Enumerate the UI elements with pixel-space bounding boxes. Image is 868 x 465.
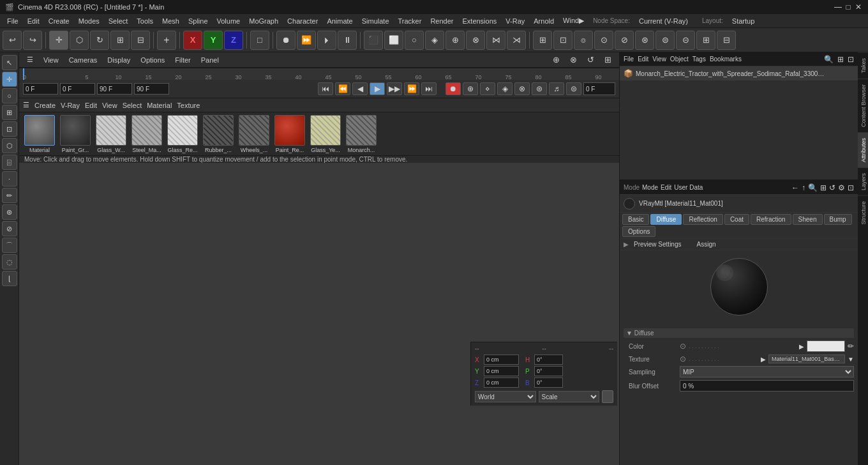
lt-scale[interactable]: ⊞	[2, 105, 17, 120]
props-mode-menu[interactable]: Mode	[642, 184, 658, 191]
apply-button[interactable]	[602, 390, 613, 403]
extra9-button[interactable]: ⊞	[696, 31, 715, 50]
lt-bend[interactable]: ⌒	[2, 238, 17, 253]
viewport-ctrl2[interactable]: ⊗	[567, 54, 580, 66]
texture-value-box[interactable]: Material11_Mat001_BaseCol...	[768, 354, 845, 363]
mat-vray[interactable]: V-Ray	[61, 102, 80, 109]
material-item-0[interactable]: Material	[23, 115, 56, 153]
step-back-button[interactable]: ◀	[352, 82, 368, 95]
props-more-icon[interactable]: ⊡	[848, 183, 854, 192]
maximize-btn[interactable]: □	[844, 3, 853, 11]
cube-button[interactable]: ⬛	[364, 31, 383, 50]
world-select[interactable]: World Object	[475, 391, 536, 402]
menu-vray[interactable]: V-Ray	[501, 16, 529, 26]
tab-attributes[interactable]: Attributes	[858, 132, 868, 167]
color-swatch[interactable]	[807, 340, 845, 352]
viewport-options-menu[interactable]: Options	[138, 55, 167, 65]
texture-enable-dot[interactable]: ⊙	[680, 354, 686, 363]
menu-create[interactable]: Create	[44, 16, 74, 26]
obj-bookmarks-menu[interactable]: Bookmarks	[710, 56, 742, 63]
tab-bump[interactable]: Bump	[824, 214, 852, 225]
rotate-button[interactable]: ↻	[90, 31, 109, 50]
undo-button[interactable]: ↩	[3, 31, 22, 50]
y-axis-button[interactable]: Y	[204, 31, 223, 50]
menu-select[interactable]: Select	[104, 16, 133, 26]
sphere-button[interactable]: ○	[405, 31, 424, 50]
props-edit-menu[interactable]: Edit	[661, 184, 671, 191]
diffuse-section-header[interactable]: ▼ Diffuse	[624, 328, 854, 338]
menu-file[interactable]: File	[3, 16, 23, 26]
lt-point[interactable]: ·	[2, 171, 17, 187]
mat-view[interactable]: View	[102, 102, 117, 109]
viewport-ctrl3[interactable]: ↺	[585, 54, 597, 66]
props-settings-icon[interactable]: ⚙	[838, 183, 845, 192]
viewport-cameras-menu[interactable]: Cameras	[66, 55, 100, 65]
material-item-8[interactable]: Glass_Ye...	[309, 115, 342, 153]
play-button[interactable]: ▶	[370, 82, 385, 95]
lt-knife[interactable]: ⊘	[2, 221, 17, 236]
timeline-extra-button[interactable]: ⊜	[566, 82, 581, 95]
props-userdata-menu[interactable]: User Data	[674, 184, 703, 191]
lt-brush[interactable]: ✏	[2, 188, 17, 203]
frame-end-input[interactable]: 90 F	[97, 83, 132, 95]
frame-current-input[interactable]: 0 F	[60, 83, 95, 95]
select-button[interactable]: ⬡	[70, 31, 89, 50]
move-tool-button[interactable]: ✛	[49, 31, 68, 50]
extra5-button[interactable]: ⊘	[615, 31, 634, 50]
obj-filter-icon[interactable]: ⊞	[837, 55, 844, 64]
x-axis-button[interactable]: X	[183, 31, 202, 50]
menu-spline[interactable]: Spline	[184, 16, 213, 26]
extra2-button[interactable]: ⊡	[553, 31, 572, 50]
y-pos-input[interactable]	[484, 366, 519, 376]
p-input[interactable]	[534, 366, 563, 376]
color-picker-icon[interactable]: ✏	[848, 342, 854, 351]
menu-arnold[interactable]: Arnold	[529, 16, 558, 26]
viewport-ctrl1[interactable]: ⊕	[550, 54, 562, 66]
lt-select[interactable]: ↖	[2, 55, 17, 70]
obj-view-menu[interactable]: View	[652, 56, 666, 63]
layout-value[interactable]: Startup	[728, 16, 759, 26]
extra3-button[interactable]: ⌾	[574, 31, 593, 50]
menu-volume[interactable]: Volume	[213, 16, 245, 26]
obj-tags-menu[interactable]: Tags	[692, 56, 706, 63]
menu-modes[interactable]: Modes	[74, 16, 104, 26]
tab-diffuse[interactable]: Diffuse	[650, 214, 682, 225]
menu-mesh[interactable]: Mesh	[158, 16, 184, 26]
menu-simulate[interactable]: Simulate	[357, 16, 394, 26]
deform-button[interactable]: ⊗	[466, 31, 485, 50]
z-pos-input[interactable]	[484, 377, 519, 388]
menu-tools[interactable]: Tools	[132, 16, 158, 26]
render-button[interactable]: ⋈	[486, 31, 505, 50]
menu-animate[interactable]: Animate	[322, 16, 357, 26]
node-space-value[interactable]: Current (V-Ray)	[634, 16, 692, 26]
color-arrow[interactable]: ▶	[799, 343, 804, 350]
mat-create[interactable]: Create	[34, 102, 56, 109]
extra7-button[interactable]: ⊜	[655, 31, 675, 50]
something-button[interactable]: ⊟	[131, 31, 150, 50]
lt-measure[interactable]: ⌊	[2, 271, 17, 286]
extra1-button[interactable]: ⊞	[533, 31, 552, 50]
lt-lasso[interactable]: ◌	[2, 254, 17, 270]
tab-content-browser[interactable]: Content Browser	[858, 79, 868, 132]
obj-item-row[interactable]: 📦 Monarch_Electric_Tractor_with_Spreader…	[620, 66, 858, 80]
obj-object-menu[interactable]: Object	[670, 56, 689, 63]
z-axis-button[interactable]: Z	[224, 31, 243, 50]
motion-record-button[interactable]: ⊗	[514, 82, 530, 95]
viewport-menu-icon[interactable]: ☰	[24, 54, 36, 65]
texture-arrow[interactable]: ▶	[761, 356, 766, 363]
last-frame-button[interactable]: ⏭	[421, 82, 437, 95]
prev-frame-button[interactable]: ⏪	[335, 82, 350, 95]
scale-button[interactable]: ⊞	[110, 31, 130, 50]
minimize-btn[interactable]: —	[834, 3, 842, 11]
tab-reflection[interactable]: Reflection	[683, 214, 722, 225]
anim-button3[interactable]: ⏵	[317, 31, 336, 50]
lt-poly[interactable]: ⬡	[2, 138, 17, 153]
close-btn[interactable]: ✕	[854, 3, 863, 11]
anim-button4[interactable]: ⏸	[338, 31, 357, 50]
record-button[interactable]: ⏺	[445, 82, 461, 95]
timeline-key-button[interactable]: ◈	[497, 82, 513, 95]
b-input[interactable]	[534, 377, 563, 388]
viewport-display-menu[interactable]: Display	[105, 55, 133, 65]
key-button[interactable]: ⋄	[480, 82, 495, 95]
tab-structure[interactable]: Structure	[858, 195, 868, 230]
